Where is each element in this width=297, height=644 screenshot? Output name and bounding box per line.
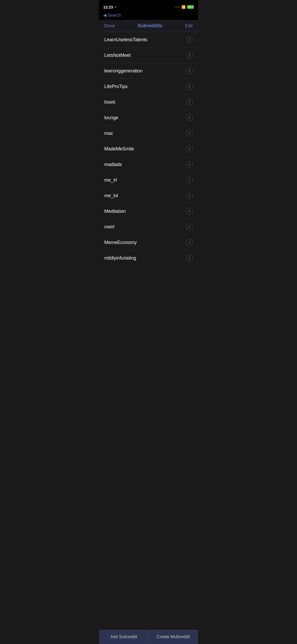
subreddit-name: mildlyinfuriating bbox=[104, 255, 136, 261]
back-nav: ◀ Search bbox=[99, 12, 198, 20]
list-item[interactable]: me_loli bbox=[99, 188, 198, 204]
info-icon[interactable]: i bbox=[186, 99, 193, 105]
subreddit-name: Meditation bbox=[104, 209, 126, 214]
status-time: 12:23 bbox=[103, 5, 113, 9]
info-icon[interactable]: i bbox=[186, 36, 193, 43]
info-icon[interactable]: i bbox=[186, 208, 193, 215]
info-icon[interactable]: i bbox=[186, 255, 193, 261]
edit-button[interactable]: Edit bbox=[185, 23, 193, 29]
battery-icon: ⚡ bbox=[187, 5, 194, 9]
status-bar: 12:23 ⇗ 📶 ⚡ bbox=[99, 0, 198, 12]
info-icon[interactable]: i bbox=[186, 83, 193, 90]
list-item[interactable]: LetsNotMeeti bbox=[99, 48, 198, 63]
list-item[interactable]: Meditationi bbox=[99, 204, 198, 219]
location-icon: ⇗ bbox=[114, 5, 116, 9]
info-icon[interactable]: i bbox=[186, 161, 193, 168]
list-item[interactable]: lewronggenerationi bbox=[99, 63, 198, 79]
info-icon[interactable]: i bbox=[186, 114, 193, 121]
subreddit-name: lewronggeneration bbox=[104, 68, 143, 74]
list-item[interactable]: loungei bbox=[99, 110, 198, 126]
back-button[interactable]: ◀ Search bbox=[103, 13, 121, 18]
subreddit-name: MadeMeSmile bbox=[104, 146, 134, 152]
info-icon[interactable]: i bbox=[186, 223, 193, 230]
info-icon[interactable]: i bbox=[186, 52, 193, 59]
subreddit-name: lounge bbox=[104, 115, 118, 121]
status-right: 📶 ⚡ bbox=[175, 5, 194, 9]
back-label: Search bbox=[107, 13, 121, 18]
subreddit-name: me_lol bbox=[104, 193, 118, 199]
list-item[interactable]: me_irli bbox=[99, 172, 198, 188]
list-item[interactable]: mildlyinfuriatingi bbox=[99, 250, 198, 266]
nav-bar: Done Subreddits Edit bbox=[99, 20, 198, 32]
info-icon[interactable]: i bbox=[186, 177, 193, 183]
info-icon[interactable]: i bbox=[186, 239, 193, 246]
subreddit-name: madlads bbox=[104, 162, 122, 167]
info-icon[interactable]: i bbox=[186, 145, 193, 152]
list-item[interactable]: madladsi bbox=[99, 157, 198, 172]
list-item[interactable]: meirli bbox=[99, 219, 198, 235]
list-item[interactable]: MadeMeSmilei bbox=[99, 141, 198, 157]
subreddit-name: LearnUselessTalents bbox=[104, 37, 147, 43]
subreddit-name: meirl bbox=[104, 224, 114, 230]
status-left: 12:23 ⇗ bbox=[103, 5, 116, 9]
subreddit-name: LetsNotMeet bbox=[104, 53, 131, 58]
done-button[interactable]: Done bbox=[104, 23, 115, 29]
info-icon[interactable]: i bbox=[186, 192, 193, 199]
subreddit-name: MemeEconomy bbox=[104, 240, 137, 245]
list-item[interactable]: LearnUselessTalentsi bbox=[99, 32, 198, 48]
subreddit-name: loseit bbox=[104, 99, 115, 105]
signal-icon bbox=[175, 7, 180, 7]
subreddit-name: LifeProTips bbox=[104, 84, 128, 89]
list-item[interactable]: MemeEconomyi bbox=[99, 235, 198, 250]
subreddit-name: me_irl bbox=[104, 177, 117, 183]
list-item[interactable]: loseiti bbox=[99, 94, 198, 110]
subreddit-name: mac bbox=[104, 131, 113, 136]
info-icon[interactable]: i bbox=[186, 67, 193, 74]
info-icon[interactable]: i bbox=[186, 130, 193, 137]
page-title: Subreddits bbox=[138, 23, 162, 29]
list-item[interactable]: LifeProTipsi bbox=[99, 79, 198, 94]
back-chevron-icon: ◀ bbox=[103, 13, 106, 18]
wifi-icon: 📶 bbox=[181, 5, 186, 9]
list-item[interactable]: maci bbox=[99, 126, 198, 141]
subreddit-list: LearnUselessTalentsiLetsNotMeetilewrongg… bbox=[99, 32, 198, 292]
